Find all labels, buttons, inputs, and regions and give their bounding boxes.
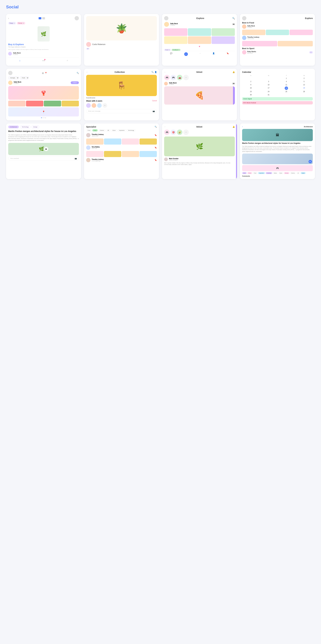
today-cal-day[interactable]: 18 — [285, 86, 288, 90]
back-icon[interactable]: ← — [164, 126, 166, 128]
message-input[interactable]: Enter your message 📷 — [86, 109, 157, 113]
cal-day-next[interactable]: 19 — [295, 86, 313, 90]
inspiration-tag[interactable]: Inspiration — [258, 172, 265, 174]
food-active-spec-tag[interactable]: Food — [92, 129, 98, 132]
search-icon[interactable]: 🔍 — [152, 71, 154, 73]
cal-day[interactable] — [242, 77, 260, 80]
home-tag[interactable]: Home ✕ — [17, 22, 25, 24]
event-nyc-movie[interactable]: NYC Movie Festival — [242, 101, 313, 104]
cinema-tag[interactable]: Cinema — [290, 172, 296, 174]
grid-view-icon[interactable] — [38, 17, 41, 19]
fordland-tag-remove[interactable]: ✕ — [178, 49, 180, 51]
location-icon[interactable]: 📍 — [45, 72, 47, 74]
tab-technology[interactable]: Technology — [20, 126, 30, 128]
cal-day[interactable]: 17 — [260, 86, 278, 90]
cal-day[interactable]: 24 — [260, 90, 278, 93]
media-tag[interactable]: Media — [273, 172, 278, 174]
pill-icon2[interactable]: 🎮 — [170, 75, 176, 80]
music-tag[interactable]: Music — [278, 172, 283, 174]
cal-day[interactable]: 30 — [242, 93, 260, 96]
music-spec-tag[interactable]: Music — [111, 129, 117, 132]
pill-icon1[interactable]: 🎮 — [164, 130, 170, 135]
tech-spec-tag[interactable]: Technology — [126, 129, 136, 132]
back-button[interactable]: ‹ — [8, 17, 9, 20]
photo-tag[interactable]: Photo — [247, 172, 252, 174]
play-button[interactable]: ▶ — [308, 160, 312, 163]
cal-day[interactable]: 11 — [278, 83, 295, 86]
beauty-tag[interactable]: Beauty — [284, 172, 290, 174]
heart-icon[interactable]: ♥ — [199, 45, 200, 48]
home-nav-icon[interactable]: ⌂ — [19, 59, 20, 62]
cal-day[interactable]: 4 — [278, 80, 295, 83]
search-icon[interactable]: 🔍 — [154, 126, 157, 128]
fordland-filter-tag[interactable]: Fordland ✕ — [172, 49, 181, 51]
bookmark-icon[interactable]: 🔖 — [226, 52, 229, 56]
home-tag-remove[interactable]: ✕ — [23, 22, 24, 24]
back-icon[interactable]: ← — [164, 71, 166, 73]
food-spec-tag[interactable]: Food — [86, 129, 92, 132]
chat-icon[interactable]: 💬 — [170, 52, 172, 56]
pill-icon1[interactable]: 🎮 — [164, 75, 170, 80]
artist-tag[interactable]: Artist — [242, 172, 247, 174]
cal-day[interactable]: 1 — [278, 77, 295, 80]
cal-day[interactable]: 16 — [242, 86, 260, 90]
pill-icon2[interactable]: 🎯 — [170, 130, 176, 135]
cal-day[interactable]: 25 — [278, 90, 295, 93]
share-icon[interactable]: ○ — [200, 52, 200, 56]
edit-icon[interactable]: ✏ — [184, 52, 188, 56]
back-icon[interactable]: ← — [86, 71, 88, 73]
comment-input[interactable]: Your comment 📷 — [8, 156, 79, 160]
bell-icon[interactable]: 🔔 — [232, 71, 235, 73]
cal-day[interactable]: 23 — [242, 90, 260, 93]
inspiration-spec-tag[interactable]: Inspiration — [118, 129, 126, 132]
menu-nav-icon[interactable]: ≡ — [67, 59, 68, 62]
cal-day[interactable]: 10 — [260, 83, 278, 86]
food-filter-tag[interactable]: Food ✕ — [164, 49, 171, 51]
fashion-spec-tag[interactable]: Fashion — [98, 129, 105, 132]
tab-architecture[interactable]: Architecture — [8, 126, 19, 128]
pill-icon3[interactable]: 🚗 — [177, 75, 182, 80]
grid-icon[interactable]: ▦ — [42, 72, 44, 74]
georgia-filter[interactable]: Georgia — [8, 76, 19, 79]
food-tag[interactable]: Food — [253, 172, 257, 174]
soap-tag-remove[interactable]: ✕ — [14, 22, 15, 24]
af-tag[interactable]: AF — [86, 48, 90, 50]
bell-icon[interactable]: 🔔 — [232, 126, 235, 128]
search-icon[interactable]: 🔍 — [76, 72, 79, 74]
add-share-button[interactable]: + — [102, 103, 107, 108]
event-green-signal[interactable]: Green Signal — [242, 97, 313, 100]
add-pill-button[interactable]: + — [183, 130, 189, 135]
ar-spec-tag[interactable]: AR — [106, 129, 110, 132]
camera-icon[interactable]: 📷 — [75, 157, 77, 160]
list-view-icon[interactable] — [42, 17, 45, 19]
digital-tag[interactable]: Digital — [301, 172, 306, 174]
play-button[interactable]: ▶ — [44, 147, 48, 151]
cal-day[interactable]: 26 — [295, 90, 313, 93]
follow-button[interactable]: Follow — [71, 81, 79, 84]
cal-day[interactable]: 3 — [260, 80, 278, 83]
send-button[interactable]: 📷 — [152, 110, 155, 112]
user-icon[interactable]: 👤 — [212, 52, 215, 56]
pill-icon3[interactable]: 🥑 — [177, 130, 182, 135]
cal-day[interactable]: 5 — [295, 80, 313, 83]
cal-day[interactable]: 31 — [260, 93, 278, 96]
bookmark-icon[interactable]: 🔖 — [154, 146, 157, 149]
cal-day[interactable]: 9 — [242, 83, 260, 86]
soap-tag[interactable]: Soap ✕ — [8, 22, 16, 24]
tab-design[interactable]: Design — [32, 126, 39, 128]
cal-day[interactable]: 12 — [295, 83, 313, 86]
user-icon[interactable]: 👤 — [154, 71, 157, 73]
bookmark-icon[interactable]: 🔖 — [154, 159, 157, 161]
follow-button[interactable]: ✏ — [309, 51, 313, 54]
bookmark-icon[interactable]: 🔖 — [154, 134, 157, 136]
creativity-tag[interactable]: Creativity — [266, 172, 272, 174]
cancel-button[interactable]: Cancel — [152, 100, 157, 102]
cal-day[interactable] — [260, 77, 278, 80]
cal-day[interactable]: 2 — [295, 77, 313, 80]
cal-day[interactable]: 2 — [242, 80, 260, 83]
back-icon[interactable]: ‹ — [242, 126, 243, 128]
notification-nav-icon[interactable]: ●● 2 — [42, 59, 45, 62]
food-filter[interactable]: Food — [20, 76, 29, 79]
ux-tag[interactable]: UX — [296, 172, 300, 174]
add-pill-button[interactable]: + — [183, 75, 189, 80]
